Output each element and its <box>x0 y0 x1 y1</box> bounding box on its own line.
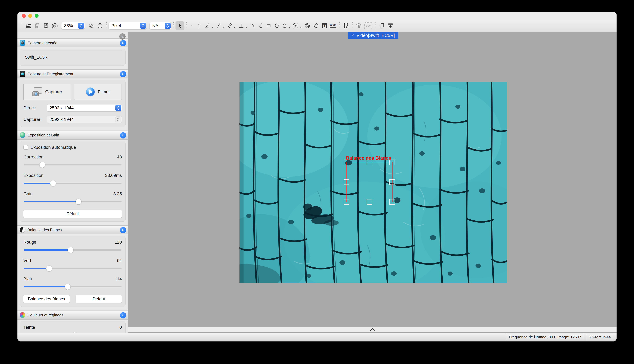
point-tool-button[interactable] <box>188 21 195 30</box>
parallel-lines-tool-button[interactable] <box>225 21 237 30</box>
select-tool-button[interactable] <box>176 21 184 30</box>
layers-button[interactable] <box>354 21 363 30</box>
zoom-select[interactable]: 33% <box>61 22 85 29</box>
roi-handle[interactable] <box>344 179 349 185</box>
objective-select[interactable]: NA <box>150 22 171 29</box>
capture-button[interactable]: Capturer <box>24 84 71 100</box>
settings-button[interactable] <box>87 21 96 30</box>
green-label: Vert <box>24 258 31 263</box>
roi-handle[interactable] <box>366 199 372 204</box>
panel-title: Capture et Enregistrement <box>28 72 73 76</box>
white-balance-roi[interactable] <box>346 162 392 202</box>
roi-handle[interactable] <box>390 199 395 204</box>
tab-close-icon[interactable]: × <box>352 33 354 38</box>
red-slider[interactable] <box>24 249 122 250</box>
roi-handle[interactable] <box>344 199 349 204</box>
arc-icon <box>249 22 256 29</box>
exposure-slider-thumb[interactable] <box>50 180 56 186</box>
content-area: « Caméra détectée « Swift_EC5R <box>18 32 616 333</box>
camera-name[interactable]: Swift_EC5R <box>24 51 122 64</box>
exposure-slider[interactable] <box>24 182 122 184</box>
angle-icon <box>204 22 210 29</box>
bottom-panel-toggle[interactable] <box>128 327 616 333</box>
blue-slider[interactable] <box>24 286 122 288</box>
green-slider[interactable] <box>24 268 122 269</box>
correction-slider[interactable] <box>24 164 122 166</box>
white-balance-default-button[interactable]: Défaut <box>76 295 122 303</box>
roi-handle[interactable] <box>366 160 372 165</box>
angle-tool-button[interactable] <box>203 21 214 30</box>
toolbar-separator <box>339 22 340 29</box>
red-slider-thumb[interactable] <box>68 247 74 253</box>
polygon-tool-button[interactable] <box>312 21 320 30</box>
exposure-default-button[interactable]: Défaut <box>24 210 122 218</box>
info-button[interactable] <box>96 21 104 30</box>
sidebar: « Caméra détectée « Swift_EC5R <box>18 32 128 333</box>
quick-save-button[interactable] <box>42 21 50 30</box>
concentric-circles-tool-button[interactable] <box>303 21 312 30</box>
linked-circles-tool-button[interactable] <box>292 21 303 30</box>
video-tab[interactable]: × Vidéo[Swift_EC5R] <box>348 32 398 39</box>
play-orb-icon <box>86 88 95 96</box>
spline-tool-button[interactable] <box>256 21 264 30</box>
close-window-button[interactable] <box>22 14 26 18</box>
blue-slider-thumb[interactable] <box>65 284 70 290</box>
roi-handle[interactable] <box>344 160 349 165</box>
save-button[interactable] <box>33 21 42 30</box>
gain-slider-block: Gain 3.25 <box>24 191 122 202</box>
line-tool-button[interactable] <box>214 21 225 30</box>
auto-exposure-label: Exposition automatique <box>30 145 76 150</box>
point-icon <box>190 22 194 29</box>
panel-white-balance-header[interactable]: Balance des Blancs « <box>18 225 128 234</box>
zoom-window-button[interactable] <box>35 14 38 18</box>
perpendicular-tool-button[interactable] <box>237 21 248 30</box>
toolbar-separator <box>375 22 376 29</box>
toolbar-separator <box>352 22 352 29</box>
scalebar-tool-button[interactable]: 10um <box>328 21 337 30</box>
timed-capture-button[interactable] <box>50 21 59 30</box>
green-slider-thumb[interactable] <box>46 266 52 271</box>
panel-capture-header[interactable]: Capture et Enregistrement « <box>18 70 128 78</box>
copy-button[interactable] <box>377 21 386 30</box>
unit-select[interactable]: Pixel <box>108 22 147 29</box>
circle-variant-tool-button[interactable] <box>281 21 292 30</box>
panel-exposure-header[interactable]: Exposition et Gain « <box>18 130 128 140</box>
panel-collapse-button[interactable]: « <box>120 71 126 77</box>
ellipse-tool-button[interactable] <box>273 21 281 30</box>
record-button[interactable]: Filmer <box>74 84 122 100</box>
panel-camera-header[interactable]: Caméra détectée « <box>18 38 128 48</box>
save-icon <box>34 22 41 29</box>
capture-resolution-select[interactable]: 2592 x 1944 <box>47 116 122 123</box>
panel-collapse-button[interactable]: « <box>120 40 126 46</box>
open-file-button[interactable] <box>24 21 33 30</box>
arc-tool-button[interactable] <box>248 21 256 30</box>
auto-exposure-checkbox[interactable] <box>24 145 28 150</box>
sidebar-collapse-button[interactable]: « <box>119 33 126 40</box>
gain-slider-thumb[interactable] <box>76 199 81 204</box>
white-balance-button[interactable]: Balance des Blancs <box>24 295 70 303</box>
calipers-icon <box>342 22 349 29</box>
roi-handle[interactable] <box>390 160 395 165</box>
export-csv-button[interactable]: CSV <box>363 21 373 30</box>
titlebar <box>18 12 616 20</box>
panel-collapse-button[interactable]: « <box>120 312 126 318</box>
chevron-down-icon <box>222 26 224 28</box>
correction-slider-thumb[interactable] <box>40 162 45 168</box>
panel-colors-header[interactable]: Couleurs et réglages « <box>18 310 128 320</box>
direct-resolution-select[interactable]: 2592 x 1944 <box>47 104 122 112</box>
measure-settings-button[interactable] <box>342 21 350 30</box>
stepper-icon <box>115 116 121 122</box>
arrow-tool-button[interactable] <box>195 21 203 30</box>
divider <box>24 64 122 64</box>
minimize-window-button[interactable] <box>28 14 32 18</box>
gain-slider[interactable] <box>24 201 122 202</box>
export-image-button[interactable] <box>386 21 395 30</box>
roi-handle[interactable] <box>390 179 395 185</box>
rectangle-tool-button[interactable] <box>264 21 273 30</box>
text-tool-button[interactable]: T <box>320 21 328 30</box>
panel-exposure: Exposition et Gain « Exposition automati… <box>18 130 128 222</box>
red-value: 120 <box>114 240 122 245</box>
panel-collapse-button[interactable]: « <box>120 227 126 233</box>
live-video-image[interactable]: Balance des Blancs <box>240 82 507 283</box>
panel-collapse-button[interactable]: « <box>120 132 126 138</box>
